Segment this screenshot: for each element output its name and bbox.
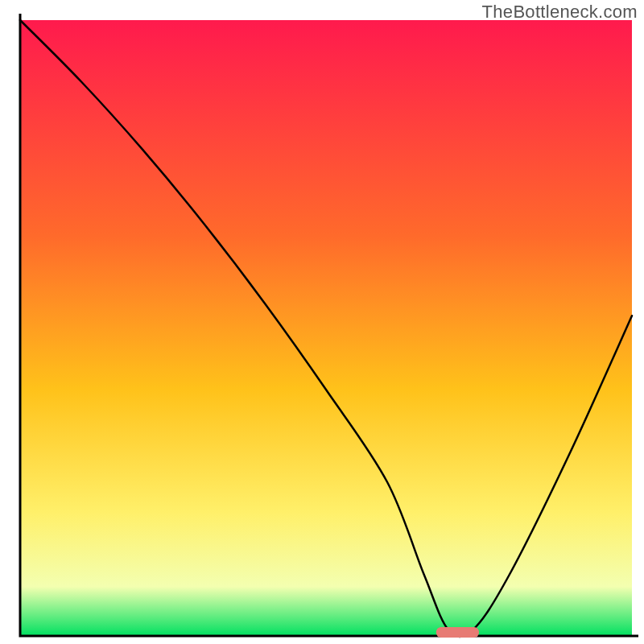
bottleneck-chart: TheBottleneck.com (0, 0, 644, 644)
plot-background (20, 20, 632, 636)
sweet-spot-marker (436, 627, 479, 638)
watermark-text: TheBottleneck.com (482, 2, 638, 23)
plot-svg (0, 0, 644, 644)
